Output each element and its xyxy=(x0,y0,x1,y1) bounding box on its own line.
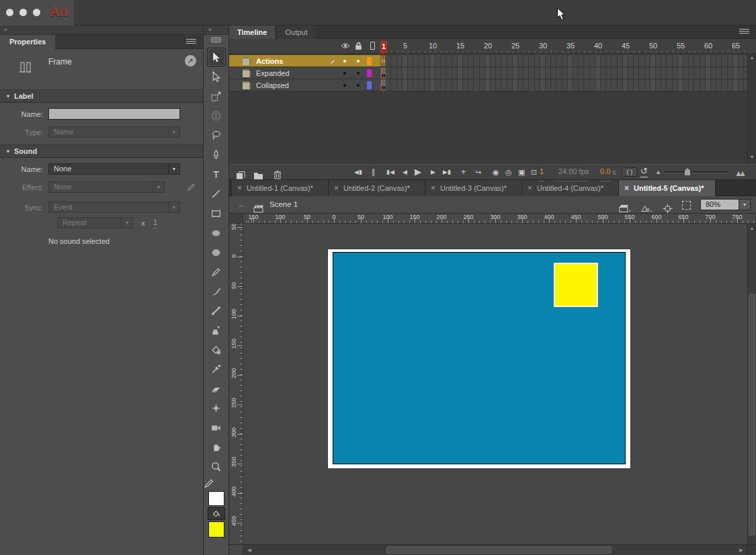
bone-tool[interactable] xyxy=(207,301,226,320)
zoom-out-frames-icon[interactable]: ▲ xyxy=(655,165,661,179)
layer-name[interactable]: Actions xyxy=(256,55,283,67)
scroll-up-icon[interactable]: ▲ xyxy=(748,55,756,60)
close-icon[interactable]: × xyxy=(431,183,435,193)
scroll-right-icon[interactable]: ▶ xyxy=(737,545,745,555)
tools-collapse-strip[interactable]: « xyxy=(204,26,228,35)
timeline-ruler[interactable]: 1 5101520253035404550556065 xyxy=(229,39,756,54)
stroke-color-pencil-icon[interactable] xyxy=(204,478,216,488)
polystar-tool[interactable] xyxy=(207,243,226,261)
edit-sound-pencil-icon[interactable] xyxy=(186,182,196,192)
oval-tool[interactable] xyxy=(207,223,226,242)
current-frame-field[interactable]: 1 xyxy=(540,167,544,181)
layer-name[interactable]: Collapsed xyxy=(256,79,289,91)
stroke-color-swatch[interactable] xyxy=(208,491,224,506)
hand-tool[interactable] xyxy=(207,437,226,456)
layer-name[interactable]: Expanded xyxy=(256,67,290,79)
rectangle-tool[interactable] xyxy=(207,204,226,222)
canvas-vertical-scrollbar[interactable]: ▲ xyxy=(747,224,756,544)
document-tab[interactable]: ×Untitled-3 (Canvas)* xyxy=(425,180,522,196)
zoom-tool[interactable] xyxy=(207,457,226,476)
window-close-button[interactable] xyxy=(6,9,13,16)
zoom-in-frames-icon[interactable]: ▲▲ xyxy=(734,166,743,181)
layer-outline-color-swatch[interactable] xyxy=(367,57,372,65)
line-tool[interactable] xyxy=(207,184,226,203)
subselection-tool[interactable] xyxy=(207,67,226,86)
document-tab[interactable]: ×Untitled-1 (Canvas)* xyxy=(232,180,329,196)
layer-row[interactable]: Collapsed xyxy=(229,79,380,91)
pen-tool[interactable] xyxy=(207,145,226,164)
tab-properties[interactable]: Properties xyxy=(0,35,55,49)
new-layer-button[interactable] xyxy=(236,168,245,183)
layer-outline-color-swatch[interactable] xyxy=(367,81,372,89)
horizontal-scroll-thumb[interactable] xyxy=(386,546,612,554)
next-frame-button[interactable]: ▶ xyxy=(431,165,435,179)
loop-range-button[interactable]: ( ) xyxy=(622,167,638,177)
back-arrow-icon[interactable]: ← xyxy=(237,196,246,213)
playhead[interactable] xyxy=(383,54,384,94)
timeline-zoom-slider[interactable] xyxy=(665,171,729,173)
frame-grid[interactable]: a xyxy=(380,55,747,91)
yellow-square-shape[interactable] xyxy=(554,263,598,307)
collapse-icon[interactable]: « xyxy=(208,26,211,33)
repeat-count-value[interactable]: 1 xyxy=(153,217,157,228)
timeline-menu-icon[interactable] xyxy=(739,29,749,35)
layer-lock-dot[interactable] xyxy=(357,84,360,87)
section-header-label[interactable]: ▼Label xyxy=(0,89,203,103)
window-zoom-button[interactable] xyxy=(33,9,40,16)
collapse-icon[interactable]: « xyxy=(4,26,7,33)
panel-menu-icon[interactable] xyxy=(186,39,196,45)
delete-layer-button[interactable] xyxy=(274,167,282,182)
label-name-input[interactable] xyxy=(48,108,180,120)
layer-visibility-dot[interactable] xyxy=(343,60,346,62)
close-icon[interactable]: × xyxy=(528,183,532,193)
paint-bucket-tool[interactable] xyxy=(207,340,226,359)
document-tab[interactable]: ×Untitled-2 (Canvas)* xyxy=(329,180,425,196)
onion-skin-outlines-button[interactable]: ◎ xyxy=(505,165,512,179)
frame-rate-field[interactable]: 24.00 fps xyxy=(558,167,589,181)
document-tab[interactable]: ×Untitled-4 (Canvas)* xyxy=(522,180,619,196)
loop-button[interactable]: ↪ xyxy=(475,165,481,179)
document-tab[interactable]: ×Untitled-5 (Canvas)* xyxy=(619,180,716,196)
layer-outline-color-swatch[interactable] xyxy=(367,69,372,77)
close-icon[interactable]: × xyxy=(624,183,629,193)
center-playhead-button[interactable]: + xyxy=(461,165,466,179)
scroll-left-icon[interactable]: ◀ xyxy=(245,545,253,555)
asset-warp-tool[interactable] xyxy=(207,398,226,417)
close-icon[interactable]: × xyxy=(237,183,242,193)
tab-timeline[interactable]: Timeline xyxy=(229,26,275,39)
modify-markers-button[interactable]: ⊡ xyxy=(531,165,537,179)
elapsed-time-field[interactable]: 0.0 xyxy=(600,167,610,181)
goto-marker-button[interactable]: ◀▮ xyxy=(354,165,362,179)
reset-timeline-zoom-button[interactable]: ↺ xyxy=(640,167,648,177)
vertical-scroll-thumb[interactable] xyxy=(749,294,755,536)
pasteboard[interactable] xyxy=(243,224,747,544)
help-button[interactable]: ➚ xyxy=(185,55,196,67)
sound-name-select[interactable]: None ▼ xyxy=(48,163,180,175)
layer-row[interactable]: Actions xyxy=(229,55,380,67)
fill-color-bucket-icon[interactable] xyxy=(208,507,225,520)
tab-output[interactable]: Output xyxy=(278,26,316,39)
scroll-down-icon[interactable]: ▼ xyxy=(748,155,756,159)
eyedropper-tool[interactable] xyxy=(207,359,226,378)
3d-rotation-tool[interactable] xyxy=(207,106,226,125)
pause-button[interactable]: ∥ xyxy=(372,165,376,179)
play-button[interactable]: ▶ xyxy=(415,165,421,179)
timeline-vertical-scrollbar[interactable]: ▲ ▼ xyxy=(747,54,756,164)
first-frame-button[interactable]: ▮◀ xyxy=(386,165,394,179)
lasso-tool[interactable] xyxy=(207,126,226,144)
lock-all-layers-icon[interactable] xyxy=(355,42,362,50)
free-transform-tool[interactable] xyxy=(207,87,226,105)
previous-frame-button[interactable]: ◀ xyxy=(403,165,407,179)
timeline-zoom-slider-thumb[interactable] xyxy=(685,168,690,175)
fill-color-swatch[interactable] xyxy=(208,521,224,538)
onion-skin-button[interactable]: ◉ xyxy=(493,165,499,179)
paint-brush-tool[interactable] xyxy=(207,282,226,300)
ink-bottle-tool[interactable] xyxy=(207,321,226,339)
show-hide-all-layers-eye-icon[interactable] xyxy=(341,42,350,50)
text-tool[interactable]: T xyxy=(207,165,226,183)
new-folder-button[interactable] xyxy=(253,168,263,183)
selection-tool[interactable] xyxy=(207,48,226,67)
layer-visibility-dot[interactable] xyxy=(343,84,346,87)
stage[interactable] xyxy=(328,249,630,468)
camera-tool[interactable] xyxy=(207,418,226,437)
